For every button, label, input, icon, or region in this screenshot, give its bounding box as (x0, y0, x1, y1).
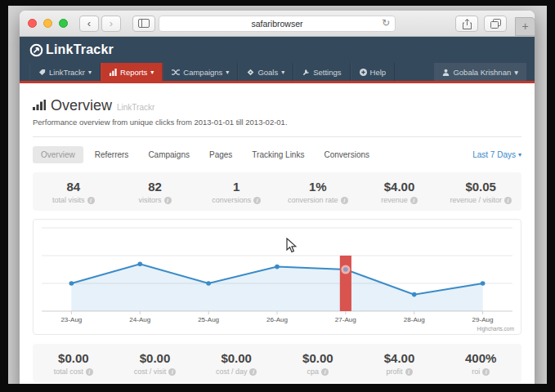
safari-window: ‹ › safaribrowser ↻ (20, 11, 535, 384)
stat-label: conversions (212, 196, 251, 204)
site-header: LinkTrackr (20, 37, 535, 63)
user-menu[interactable]: Gobala Krishnan ▾ (434, 63, 526, 81)
stat-cost-per-day: $0.00 cost / dayi (195, 351, 277, 376)
svg-text:28-Aug: 28-Aug (404, 316, 425, 323)
svg-text:23-Aug: 23-Aug (60, 316, 82, 323)
traffic-lights (28, 19, 68, 28)
period-label: Last 7 Days (472, 150, 516, 159)
wrench-icon (302, 69, 310, 76)
stat-cost-per-visit: $0.00 cost / visiti (114, 351, 196, 376)
top-stats-row: 84 total visitsi 82 visitorsi 1 conversi… (33, 172, 521, 211)
address-bar[interactable]: safaribrowser ↻ (159, 16, 396, 32)
info-icon[interactable]: i (168, 368, 176, 376)
nav-label: Goals (257, 68, 278, 77)
info-icon[interactable]: i (341, 197, 348, 204)
tab-overview[interactable]: Overview (33, 146, 83, 163)
stat-label: cost / visit (134, 368, 167, 376)
zoom-window-button[interactable] (59, 19, 68, 28)
info-icon[interactable]: i (405, 368, 413, 376)
tab-pages[interactable]: Pages (201, 146, 240, 163)
back-button[interactable]: ‹ (79, 16, 99, 32)
stat-total-visits: 84 total visitsi (33, 180, 114, 204)
tabs-row: Overview Referrers Campaigns Pages Track… (33, 146, 521, 163)
stat-label: conversion rate (288, 196, 338, 204)
stat-visitors: 82 visitorsi (114, 180, 196, 204)
close-window-button[interactable] (28, 19, 37, 28)
desktop-background: + ‹ › safaribrowser ↻ (8, 6, 547, 384)
stat-label: profit (387, 368, 403, 376)
info-icon[interactable]: i (87, 197, 95, 204)
svg-text:Highcharts.com: Highcharts.com (477, 326, 513, 332)
forward-button[interactable]: › (101, 16, 121, 32)
nav-label: Reports (120, 68, 147, 77)
chevron-down-icon: ▾ (518, 151, 521, 158)
nav-item-campaigns[interactable]: Campaigns ▾ (163, 63, 238, 81)
bottom-stats-row: $0.00 total costi $0.00 cost / visiti $0… (33, 344, 521, 382)
stat-conversions: 1 conversionsi (195, 180, 277, 204)
tab-referrers[interactable]: Referrers (87, 146, 137, 163)
stat-roi: 400% roii (440, 351, 521, 376)
tab-tracking-links[interactable]: Tracking Links (244, 146, 312, 163)
stat-value: $0.00 (277, 351, 359, 365)
nav-label: LinkTrackr (49, 68, 85, 77)
page-head: Overview LinkTrackr Performance overview… (33, 83, 521, 137)
sidebar-toggle-button[interactable] (132, 16, 155, 32)
logo-text: LinkTrackr (46, 42, 114, 57)
nav-label: Help (370, 68, 387, 77)
nav-item-settings[interactable]: Settings (293, 63, 350, 81)
stat-value: $4.00 (359, 180, 441, 194)
bar-chart-icon (110, 69, 117, 76)
stat-total-cost: $0.00 total costi (33, 351, 114, 376)
nav-item-goals[interactable]: Goals ▾ (238, 63, 293, 81)
svg-text:26-Aug: 26-Aug (266, 316, 288, 323)
stat-label: revenue (381, 196, 408, 204)
info-icon[interactable]: i (321, 368, 329, 376)
page-title-row: Overview LinkTrackr (33, 97, 521, 114)
stat-profit: $4.00 profiti (359, 351, 441, 376)
share-button[interactable] (455, 16, 478, 32)
svg-text:29-Aug: 29-Aug (472, 316, 494, 323)
info-icon[interactable]: i (249, 368, 257, 376)
visits-chart-card[interactable]: 23-Aug24-Aug25-Aug26-Aug27-Aug28-Aug29-A… (33, 219, 521, 335)
stat-value: $0.00 (33, 351, 114, 365)
tab-conversions[interactable]: Conversions (316, 146, 378, 163)
chevron-down-icon: ▾ (281, 69, 284, 76)
help-circle-icon (360, 69, 367, 76)
stat-value: $0.00 (195, 351, 277, 365)
tabs-icon (490, 19, 501, 29)
linktrackr-logo-icon (29, 43, 43, 57)
chevron-down-icon: ▾ (514, 68, 518, 77)
nav-item-help[interactable]: Help (351, 63, 396, 81)
info-icon[interactable]: i (504, 197, 512, 204)
stat-value: 1% (277, 180, 359, 194)
info-icon[interactable]: i (86, 368, 93, 376)
info-icon[interactable]: i (482, 368, 490, 376)
info-icon[interactable]: i (164, 197, 172, 204)
page-title: Overview (51, 97, 112, 114)
stat-label: revenue / visitor (450, 196, 502, 204)
info-icon[interactable]: i (410, 197, 418, 204)
overview-chart-svg: 23-Aug24-Aug25-Aug26-Aug27-Aug28-Aug29-A… (34, 220, 521, 334)
stat-value: $0.00 (114, 351, 196, 365)
tab-campaigns[interactable]: Campaigns (140, 146, 198, 163)
page-content: Overview LinkTrackr Performance overview… (20, 83, 535, 382)
nav-item-reports[interactable]: Reports ▾ (101, 63, 163, 81)
stat-revenue: $4.00 revenuei (359, 180, 441, 204)
stat-label: cpa (307, 368, 320, 376)
show-tabs-button[interactable] (484, 16, 507, 32)
period-selector[interactable]: Last 7 Days ▾ (472, 150, 521, 159)
minimize-window-button[interactable] (43, 19, 52, 28)
info-icon[interactable]: i (253, 197, 261, 204)
stat-value: 84 (33, 180, 114, 194)
nav-label: Campaigns (183, 68, 222, 77)
stat-value: $4.00 (359, 351, 441, 365)
stat-label: visitors (139, 196, 162, 204)
mouse-cursor (286, 238, 298, 253)
svg-text:25-Aug: 25-Aug (198, 316, 219, 323)
stat-label: total cost (54, 368, 83, 376)
linktrackr-logo[interactable]: LinkTrackr (29, 42, 114, 57)
nav-item-linktrackr[interactable]: LinkTrackr ▾ (29, 63, 101, 81)
sidebar-icon (138, 19, 150, 28)
reload-icon[interactable]: ↻ (382, 17, 390, 29)
new-tab-button[interactable]: + (515, 17, 535, 36)
